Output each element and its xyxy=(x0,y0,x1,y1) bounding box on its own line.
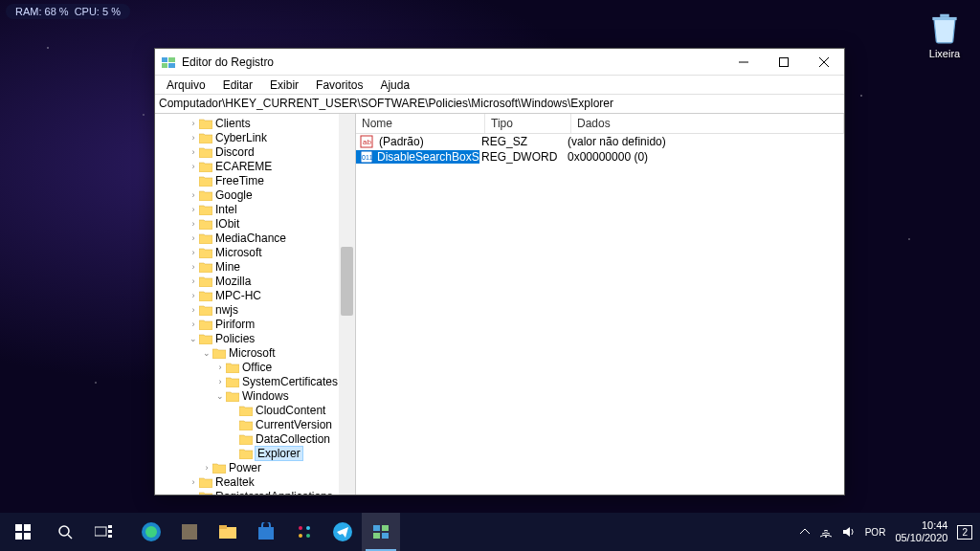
tree-item[interactable]: ›Microsoft xyxy=(155,245,339,259)
tree-item[interactable]: ›nwjs xyxy=(155,302,339,317)
expand-icon[interactable]: › xyxy=(188,248,199,257)
expand-icon[interactable]: › xyxy=(188,133,199,143)
expand-icon[interactable]: › xyxy=(188,492,199,496)
recycle-bin-icon xyxy=(926,10,963,46)
tree-item[interactable]: CloudContent xyxy=(155,403,339,417)
folder-icon xyxy=(199,132,212,143)
tree-item[interactable]: ›Mozilla xyxy=(155,274,339,288)
expand-icon[interactable]: › xyxy=(188,119,199,128)
taskbar-app-2-icon[interactable] xyxy=(170,513,209,551)
tray-language-icon[interactable]: POR xyxy=(865,527,886,538)
tree-item[interactable]: CurrentVersion xyxy=(155,417,339,431)
taskbar-explorer-icon[interactable] xyxy=(209,513,247,551)
task-view-button[interactable] xyxy=(84,525,122,539)
value-row[interactable]: 011DisableSearchBoxSuggestionsREG_DWORD0… xyxy=(356,149,844,165)
svg-point-26 xyxy=(299,534,302,538)
tree-item[interactable]: Explorer xyxy=(155,446,339,460)
tree-item[interactable]: ›Google xyxy=(155,187,339,202)
tree-item[interactable]: ›SystemCertificates xyxy=(155,374,339,388)
tree-item[interactable]: FreeTime xyxy=(155,173,339,187)
tree-item[interactable]: ⌄Windows xyxy=(155,388,339,403)
tray-network-icon[interactable] xyxy=(819,526,833,538)
regedit-icon xyxy=(161,55,176,70)
svg-point-24 xyxy=(299,526,302,530)
expand-icon[interactable]: › xyxy=(188,320,199,329)
collapse-icon[interactable]: ⌄ xyxy=(214,391,226,401)
tree-item-label: Microsoft xyxy=(229,346,276,360)
tree-item[interactable]: DataCollection xyxy=(155,431,339,446)
collapse-icon[interactable]: ⌄ xyxy=(188,334,199,343)
svg-rect-9 xyxy=(15,524,22,531)
expand-icon[interactable]: › xyxy=(188,233,199,243)
menu-view[interactable]: Exibir xyxy=(262,77,306,94)
titlebar[interactable]: Editor do Registro xyxy=(155,49,844,76)
registry-values-pane: Nome Tipo Dados ab(Padrão)REG_SZ(valor n… xyxy=(356,114,844,495)
taskbar-edge-icon[interactable] xyxy=(132,513,170,551)
expand-icon[interactable]: › xyxy=(188,291,199,300)
value-row[interactable]: ab(Padrão)REG_SZ(valor não definido) xyxy=(356,134,844,149)
address-bar[interactable]: Computador\HKEY_CURRENT_USER\SOFTWARE\Po… xyxy=(155,95,844,114)
expand-icon[interactable]: › xyxy=(188,262,199,272)
close-button[interactable] xyxy=(804,49,844,76)
recycle-bin-desktop-icon[interactable]: Lixeira xyxy=(926,10,963,59)
taskbar-store-icon[interactable] xyxy=(247,513,285,551)
search-button[interactable] xyxy=(46,524,84,540)
taskbar-clock[interactable]: 10:44 05/10/2020 xyxy=(895,519,947,544)
expand-icon[interactable]: › xyxy=(188,219,199,229)
minimize-button[interactable] xyxy=(724,49,764,76)
taskbar-telegram-icon[interactable] xyxy=(323,513,362,551)
folder-icon xyxy=(199,218,212,230)
tree-item[interactable]: ›Clients xyxy=(155,116,339,130)
tree-item[interactable]: ›Piriform xyxy=(155,317,339,331)
expand-icon[interactable]: › xyxy=(188,477,199,487)
menu-file[interactable]: Arquivo xyxy=(159,77,213,94)
notification-center-button[interactable]: 2 xyxy=(957,525,972,540)
tree-item[interactable]: ›MediaChance xyxy=(155,231,339,245)
maximize-button[interactable] xyxy=(764,49,804,76)
tree-item[interactable]: ›Realtek xyxy=(155,474,339,489)
menu-edit[interactable]: Editar xyxy=(215,77,260,94)
tree-item[interactable]: ›RegisteredApplications xyxy=(155,489,339,495)
expand-icon[interactable]: › xyxy=(188,305,199,315)
taskbar-regedit-icon[interactable] xyxy=(362,513,400,551)
clock-date: 05/10/2020 xyxy=(895,532,947,544)
expand-icon[interactable]: › xyxy=(214,377,226,386)
tree-item-label: Power xyxy=(229,461,261,474)
tree-item[interactable]: ›ECAREME xyxy=(155,159,339,173)
expand-icon[interactable]: › xyxy=(188,276,199,286)
expand-icon[interactable]: › xyxy=(188,190,199,200)
expand-icon[interactable]: › xyxy=(188,205,199,214)
tree-item[interactable]: ›CyberLink xyxy=(155,130,339,144)
tray-chevron-icon[interactable] xyxy=(800,527,810,537)
system-tray[interactable]: POR 10:44 05/10/2020 2 xyxy=(800,519,980,544)
column-data[interactable]: Dados xyxy=(571,114,844,133)
svg-rect-3 xyxy=(168,63,175,68)
string-value-icon: ab xyxy=(360,135,375,148)
tree-item[interactable]: ›Intel xyxy=(155,202,339,216)
tree-scrollbar[interactable] xyxy=(339,114,355,495)
menu-help[interactable]: Ajuda xyxy=(372,77,417,94)
tree-item[interactable]: ›MPC-HC xyxy=(155,288,339,302)
taskbar[interactable]: POR 10:44 05/10/2020 2 xyxy=(0,513,980,551)
svg-point-27 xyxy=(306,534,310,538)
tree-item[interactable]: ›Discord xyxy=(155,144,339,159)
tree-item[interactable]: ›Mine xyxy=(155,259,339,274)
menu-favorites[interactable]: Favoritos xyxy=(308,77,370,94)
column-type[interactable]: Tipo xyxy=(485,114,571,133)
expand-icon[interactable]: › xyxy=(188,162,199,171)
column-name[interactable]: Nome xyxy=(356,114,485,133)
tree-item[interactable]: ›Office xyxy=(155,360,339,374)
tree-item[interactable]: ›IObit xyxy=(155,216,339,231)
tree-item-label: MPC-HC xyxy=(215,289,261,302)
taskbar-slack-icon[interactable] xyxy=(285,513,323,551)
expand-icon[interactable]: › xyxy=(201,463,212,473)
tree-item[interactable]: ›Power xyxy=(155,460,339,474)
tree-item[interactable]: ⌄Policies xyxy=(155,331,339,345)
start-button[interactable] xyxy=(0,513,46,551)
expand-icon[interactable]: › xyxy=(188,147,199,157)
collapse-icon[interactable]: ⌄ xyxy=(201,348,212,358)
list-header[interactable]: Nome Tipo Dados xyxy=(356,114,844,134)
tray-volume-icon[interactable] xyxy=(842,526,856,538)
tree-item[interactable]: ⌄Microsoft xyxy=(155,345,339,360)
expand-icon[interactable]: › xyxy=(214,363,226,372)
